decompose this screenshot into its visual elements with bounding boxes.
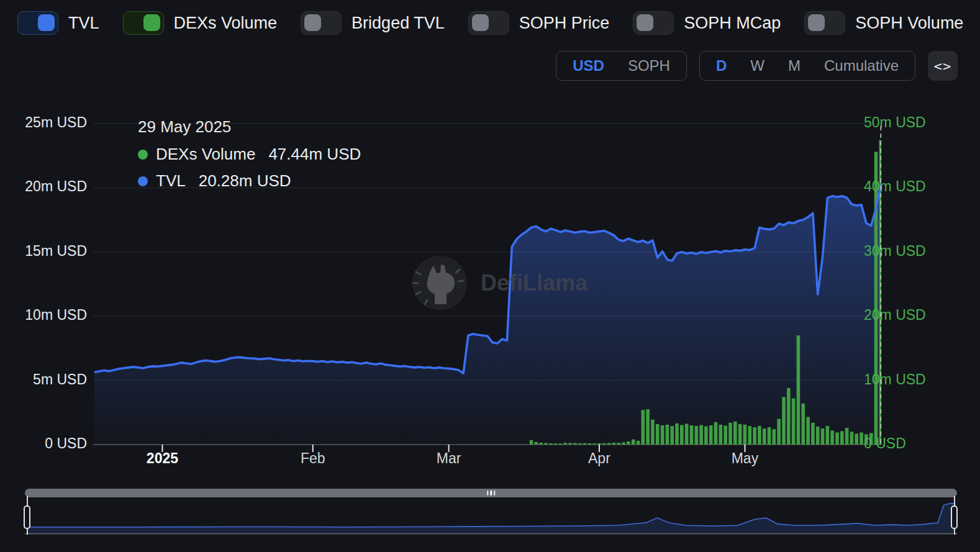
svg-text:15m USD: 15m USD	[25, 243, 87, 259]
svg-text:2025: 2025	[147, 450, 178, 466]
svg-text:5m USD: 5m USD	[33, 371, 87, 387]
tooltip-date: 29 May 2025	[138, 118, 361, 137]
svg-text:Feb: Feb	[301, 450, 325, 466]
svg-text:20m USD: 20m USD	[25, 178, 87, 194]
svg-text:30m USD: 30m USD	[864, 243, 926, 259]
tvl-dot-icon	[138, 176, 148, 186]
brush-left-handle[interactable]	[24, 505, 30, 529]
svg-text:40m USD: 40m USD	[864, 178, 926, 194]
tooltip-row-tvl: TVL 20.28m USD	[138, 172, 361, 191]
main-chart-canvas: 25m USD20m USD15m USD10m USD5m USD0 USD5…	[0, 0, 980, 552]
tooltip-series-value: 47.44m USD	[268, 145, 361, 164]
svg-text:50m USD: 50m USD	[864, 114, 926, 130]
tooltip-series-value: 20.28m USD	[199, 172, 291, 191]
svg-text:0 USD: 0 USD	[45, 435, 87, 451]
chart-tooltip: 29 May 2025 DEXs Volume 47.44m USD TVL 2…	[138, 118, 361, 191]
dexs-volume-dot-icon	[138, 150, 148, 160]
tooltip-series-name: TVL	[156, 172, 186, 191]
svg-text:20m USD: 20m USD	[864, 307, 926, 323]
tvl-area	[94, 184, 881, 445]
tooltip-row-dexs: DEXs Volume 47.44m USD	[138, 145, 361, 164]
svg-text:May: May	[732, 450, 759, 466]
brush-right-handle[interactable]	[951, 505, 958, 529]
svg-text:Mar: Mar	[437, 450, 461, 466]
tooltip-series-name: DEXs Volume	[156, 145, 255, 164]
svg-text:0 USD: 0 USD	[864, 435, 906, 451]
datazoom-scrollbar[interactable]	[25, 489, 957, 497]
svg-text:10m USD: 10m USD	[864, 371, 926, 387]
scrollbar-grip-icon[interactable]	[487, 491, 496, 495]
brush-preview-chart[interactable]	[25, 504, 957, 534]
svg-text:25m USD: 25m USD	[25, 114, 87, 130]
svg-text:10m USD: 10m USD	[25, 307, 87, 323]
svg-text:Apr: Apr	[588, 450, 610, 466]
defillama-chart-widget: TVLDEXs VolumeBridged TVLSOPH PriceSOPH …	[0, 0, 980, 552]
